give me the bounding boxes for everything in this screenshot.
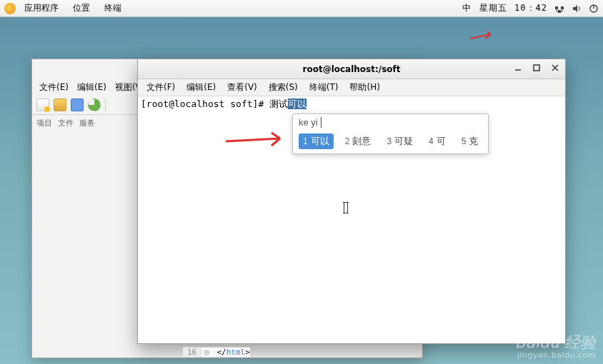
ime-candidate[interactable]: 4 可 — [424, 133, 450, 149]
applications-menu[interactable]: 应用程序 — [19, 2, 64, 14]
undo-icon[interactable] — [110, 98, 123, 111]
editor-menu-edit[interactable]: 编辑(E) — [74, 81, 109, 93]
ime-indicator[interactable]: 中 — [461, 2, 472, 14]
terminal-line: [root@localhost soft]# 测试可以 — [141, 98, 562, 111]
line-number: 16 — [183, 348, 201, 357]
save-icon[interactable] — [71, 98, 84, 111]
preedit-text: 可以 — [288, 98, 307, 109]
places-menu[interactable]: 位置 — [67, 2, 96, 14]
minimize-button[interactable] — [512, 62, 524, 74]
terminal-titlebar[interactable]: root@localhost:/soft — [138, 59, 565, 79]
watermark-main: Baidu 经验 — [514, 334, 596, 351]
ime-candidate[interactable]: 3 可疑 — [382, 133, 417, 149]
ime-candidate-list: 1 可以 2 刻意 3 可疑 4 可 5 克 — [293, 131, 488, 153]
terminal-menubar: 文件(F) 编辑(E) 查看(V) 搜索(S) 终端(T) 帮助(H) — [138, 79, 565, 96]
top-panel: 应用程序 位置 终端 中 星期五 10：42 — [0, 0, 603, 17]
maximize-button[interactable] — [531, 62, 542, 74]
terminal-body[interactable]: [root@localhost soft]# 测试可以 ke yi 1 可以 2… — [138, 96, 565, 343]
editor-menu-file[interactable]: 文件(E) — [36, 81, 71, 93]
system-tray: 中 星期五 10：42 — [461, 2, 599, 14]
tab-projects[interactable]: 项目 — [36, 118, 52, 128]
reload-icon[interactable] — [88, 98, 101, 111]
clock-date: 星期五 — [479, 2, 507, 14]
distro-icon — [4, 3, 16, 14]
svg-rect-6 — [534, 65, 539, 71]
svg-rect-0 — [555, 6, 558, 9]
code-snippet: 16 ⊟ </html> — [183, 347, 250, 357]
network-icon[interactable] — [554, 4, 564, 14]
ime-candidate[interactable]: 2 刻意 — [341, 133, 376, 149]
ime-input-text: ke yi — [299, 117, 318, 128]
ime-candidate[interactable]: 1 可以 — [299, 133, 334, 149]
clock-time: 10：42 — [514, 2, 547, 14]
terminal-window: root@localhost:/soft 文件(F) 编辑(E) 查看(V) 搜… — [137, 59, 566, 344]
watermark: Baidu 经验 jingyan.baidu.com — [514, 334, 596, 360]
volume-icon[interactable] — [572, 4, 582, 14]
terminal-menu-terminal[interactable]: 终端(T) — [305, 81, 343, 93]
close-button[interactable] — [549, 62, 561, 74]
terminal-menu-view[interactable]: 查看(V) — [223, 81, 261, 93]
tab-files[interactable]: 文件 — [58, 118, 74, 128]
ime-candidate-popup: ke yi 1 可以 2 刻意 3 可疑 4 可 5 克 — [292, 113, 489, 154]
tab-services[interactable]: 服务 — [79, 118, 95, 128]
terminal-menu-edit[interactable]: 编辑(E) — [182, 81, 220, 93]
svg-rect-1 — [561, 6, 564, 9]
terminal-menu-help[interactable]: 帮助(H) — [345, 81, 384, 93]
new-file-icon[interactable] — [36, 98, 49, 111]
watermark-sub: jingyan.baidu.com — [514, 351, 596, 360]
terminal-title: root@localhost:/soft — [302, 64, 400, 74]
terminal-menu-search[interactable]: 搜索(S) — [264, 81, 302, 93]
ime-candidate[interactable]: 5 克 — [457, 133, 483, 149]
terminal-launcher[interactable]: 终端 — [99, 2, 127, 14]
power-icon[interactable] — [589, 4, 599, 14]
terminal-menu-file[interactable]: 文件(F) — [142, 81, 179, 93]
text-cursor-icon — [344, 202, 348, 213]
annotation-arrow-tray — [469, 31, 497, 43]
open-folder-icon[interactable] — [54, 98, 66, 111]
